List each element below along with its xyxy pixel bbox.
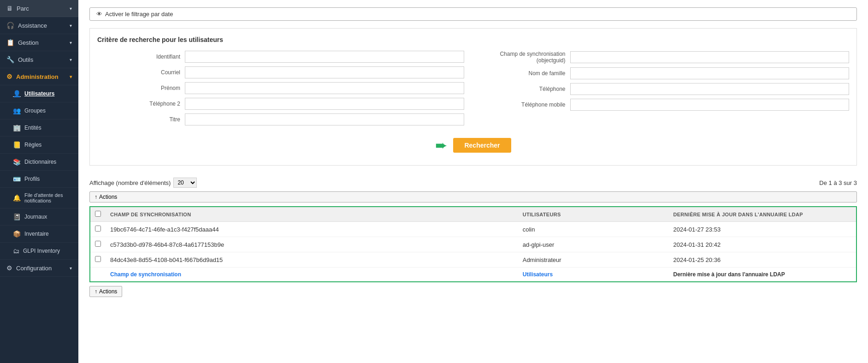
input-nom-famille[interactable] xyxy=(570,67,850,79)
label-nom-famille: Nom de famille xyxy=(483,70,566,77)
col-date-header[interactable]: DERNIÈRE MISE À JOUR DANS L'ANNUAIRE LDA… xyxy=(668,207,856,222)
input-identifiant[interactable] xyxy=(185,51,464,63)
search-button[interactable]: Rechercher xyxy=(453,138,511,153)
search-area: ➨ Rechercher xyxy=(97,129,849,158)
regles-icon: 📒 xyxy=(13,141,21,149)
field-prenom: Prénom xyxy=(97,82,464,94)
chevron-icon: ▾ xyxy=(70,266,72,271)
sidebar-item-entites[interactable]: 🏢 Entités xyxy=(0,119,78,137)
inventaire-icon: 📦 xyxy=(13,230,21,238)
input-telephone-mobile[interactable] xyxy=(570,99,850,111)
sidebar-item-label: Parc xyxy=(17,5,29,12)
sidebar-item-label: GLPI Inventory xyxy=(23,248,60,254)
row-user-2[interactable]: ad-glpi-user xyxy=(518,237,669,252)
filter-date-button[interactable]: 👁 Activer le filtrage par date xyxy=(89,7,857,21)
sidebar-item-parc[interactable]: 🖥 Parc ▾ xyxy=(0,0,78,17)
display-count: Affichage (nombre d'éléments) 20 50 100 xyxy=(89,178,197,188)
label-courriel: Courriel xyxy=(97,69,180,76)
table-row: c573d3b0-d978-46b4-87c8-4a6177153b9e ad-… xyxy=(90,237,856,252)
row-checkbox-3[interactable] xyxy=(95,256,101,262)
sidebar-item-groupes[interactable]: 👥 Groupes xyxy=(0,102,78,119)
actions-bottom-label: Actions xyxy=(99,288,117,295)
sidebar-item-assistance[interactable]: 🎧 Assistance ▾ xyxy=(0,17,78,34)
label-champ-sync: Champ de synchronisation(objectguid) xyxy=(483,51,566,64)
row-user-1[interactable]: colin xyxy=(518,222,669,237)
table-row: 19bc6746-4c71-46fe-a1c3-f427f5daaa44 col… xyxy=(90,222,856,237)
sidebar-item-glpi-inventory[interactable]: 🗂 GLPI Inventory xyxy=(0,243,78,260)
results-header: Affichage (nombre d'éléments) 20 50 100 … xyxy=(89,178,857,188)
assistance-icon: 🎧 xyxy=(6,22,14,29)
sidebar-item-gestion[interactable]: 📋 Gestion ▾ xyxy=(0,34,78,51)
actions-bottom-icon: ↑ xyxy=(94,288,97,295)
profils-icon: 🪪 xyxy=(13,175,21,183)
row-checkbox-1[interactable] xyxy=(95,226,101,232)
bottom-actions: ↑ Actions xyxy=(89,286,857,301)
outils-icon: 🔧 xyxy=(6,56,14,63)
chevron-icon: ▾ xyxy=(70,23,72,28)
label-identifiant: Identifiant xyxy=(97,54,180,60)
field-identifiant: Identifiant xyxy=(97,51,464,63)
input-telephone2[interactable] xyxy=(185,98,464,110)
sidebar-item-file-attente[interactable]: 🔔 File d'attente des notifications xyxy=(0,188,78,208)
field-telephone-mobile: Téléphone mobile xyxy=(483,99,850,111)
sidebar-item-label: Gestion xyxy=(18,39,39,46)
col-sync-label: CHAMP DE SYNCHRONISATION xyxy=(110,212,191,217)
input-courriel[interactable] xyxy=(185,66,464,78)
row-check-2 xyxy=(90,237,106,252)
sidebar-item-profils[interactable]: 🪪 Profils xyxy=(0,171,78,188)
actions-icon: ↑ xyxy=(94,194,97,200)
row-sync-2[interactable]: c573d3b0-d978-46b4-87c8-4a6177153b9e xyxy=(106,237,518,252)
sidebar-item-outils[interactable]: 🔧 Outils ▾ xyxy=(0,51,78,68)
actions-button-bottom[interactable]: ↑ Actions xyxy=(89,286,122,297)
sidebar-item-label: Assistance xyxy=(18,22,47,29)
footer-user-link[interactable]: Utilisateurs xyxy=(523,271,553,278)
footer-sync-link[interactable]: Champ de synchronisation xyxy=(110,271,181,278)
input-titre[interactable] xyxy=(185,113,464,125)
right-fields: Champ de synchronisation(objectguid) Nom… xyxy=(483,51,850,129)
sidebar-item-configuration[interactable]: ⚙ Configuration ▾ xyxy=(0,260,78,277)
label-prenom: Prénom xyxy=(97,85,180,91)
col-user-header[interactable]: UTILISATEURS xyxy=(518,207,669,222)
sidebar-item-label: Profils xyxy=(24,176,40,182)
sidebar-item-label: Journaux xyxy=(24,214,47,220)
label-titre: Titre xyxy=(97,116,180,123)
eye-icon: 👁 xyxy=(96,11,102,18)
sidebar-item-label: Règles xyxy=(24,142,41,148)
row-date-1: 2024-01-27 23:53 xyxy=(668,222,856,237)
pagination-info: De 1 à 3 sur 3 xyxy=(819,179,857,186)
utilisateurs-icon: 👤 xyxy=(13,90,21,97)
sidebar-item-label: Inventaire xyxy=(24,231,49,237)
input-champ-sync[interactable] xyxy=(570,51,850,63)
input-prenom[interactable] xyxy=(185,82,464,94)
sidebar-item-administration[interactable]: ⚙ Administration ▾ xyxy=(0,68,78,85)
row-sync-3[interactable]: 84dc43e8-8d55-4108-b041-f667b6d9ad15 xyxy=(106,252,518,268)
footer-user[interactable]: Utilisateurs xyxy=(518,268,669,282)
display-label: Affichage (nombre d'éléments) xyxy=(89,179,171,186)
field-courriel: Courriel xyxy=(97,66,464,78)
row-checkbox-2[interactable] xyxy=(95,241,101,247)
field-telephone: Téléphone xyxy=(483,83,850,95)
parc-icon: 🖥 xyxy=(6,5,13,12)
sidebar-item-utilisateurs[interactable]: 👤 Utilisateurs xyxy=(0,85,78,102)
dictionnaires-icon: 📚 xyxy=(13,158,21,166)
sidebar-item-regles[interactable]: 📒 Règles xyxy=(0,137,78,154)
arrow-icon: ➨ xyxy=(435,137,448,154)
administration-icon: ⚙ xyxy=(6,73,12,80)
actions-button-top[interactable]: ↑ Actions xyxy=(89,191,857,202)
row-sync-1[interactable]: 19bc6746-4c71-46fe-a1c3-f427f5daaa44 xyxy=(106,222,518,237)
count-select[interactable]: 20 50 100 xyxy=(173,178,197,188)
sidebar-item-dictionnaires[interactable]: 📚 Dictionnaires xyxy=(0,154,78,171)
chevron-icon: ▾ xyxy=(70,74,72,79)
footer-check xyxy=(90,268,106,282)
sidebar-item-inventaire[interactable]: 📦 Inventaire xyxy=(0,226,78,243)
col-date-label: DERNIÈRE MISE À JOUR DANS L'ANNUAIRE LDA… xyxy=(673,212,803,217)
col-user-label: UTILISATEURS xyxy=(523,212,561,217)
input-telephone[interactable] xyxy=(570,83,850,95)
main-content: 👁 Activer le filtrage par date Critère d… xyxy=(78,0,868,363)
col-sync-header[interactable]: CHAMP DE SYNCHRONISATION xyxy=(106,207,518,222)
footer-sync[interactable]: Champ de synchronisation xyxy=(106,268,518,282)
row-user-3[interactable]: Administrateur xyxy=(518,252,669,268)
label-telephone: Téléphone xyxy=(483,86,566,92)
select-all-checkbox[interactable] xyxy=(95,211,101,217)
sidebar-item-journaux[interactable]: 📓 Journaux xyxy=(0,208,78,226)
